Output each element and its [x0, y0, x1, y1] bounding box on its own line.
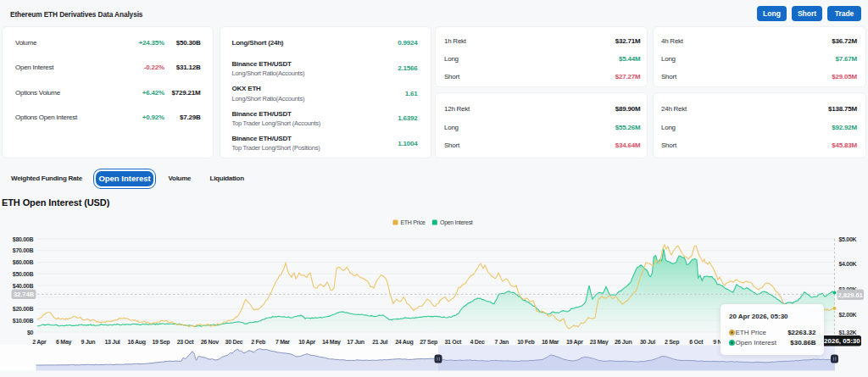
svg-text:$4.00K: $4.00K — [839, 261, 857, 268]
svg-text:Open Interest: Open Interest — [440, 219, 473, 226]
svg-text:23 Oct: 23 Oct — [177, 339, 195, 345]
svg-text:10 Feb: 10 Feb — [517, 339, 534, 345]
svg-text:$5.00K: $5.00K — [839, 236, 857, 243]
svg-text:$60.00B: $60.00B — [13, 259, 34, 266]
svg-text:19 Sep: 19 Sep — [153, 339, 170, 346]
svg-text:23 May: 23 May — [590, 339, 609, 346]
svg-text:4 Dec: 4 Dec — [470, 339, 485, 345]
svg-text:16 Aug: 16 Aug — [128, 339, 146, 346]
svg-text:2 Sep: 2 Sep — [665, 339, 679, 346]
svg-text:10 Apr: 10 Apr — [298, 339, 315, 346]
svg-text:19 Apr: 19 Apr — [566, 339, 583, 346]
svg-text:16 Mar: 16 Mar — [542, 339, 559, 345]
svg-text:17 Jun: 17 Jun — [347, 339, 364, 345]
svg-text:2 Feb: 2 Feb — [251, 339, 265, 345]
svg-text:2 Apr: 2 Apr — [32, 339, 47, 346]
svg-text:27 Sep: 27 Sep — [420, 339, 437, 346]
svg-text:26 Jun: 26 Jun — [615, 339, 632, 345]
svg-text:31 Oct: 31 Oct — [444, 339, 462, 345]
svg-text:6 Oct: 6 Oct — [689, 339, 704, 345]
svg-text:$1.32K: $1.32K — [839, 330, 857, 336]
svg-text:21 Jul: 21 Jul — [372, 339, 387, 345]
svg-text:ETH Price: ETH Price — [401, 219, 426, 225]
svg-text:$0: $0 — [27, 330, 34, 336]
svg-text:$20.00B: $20.00B — [13, 306, 34, 313]
svg-text:14 May: 14 May — [322, 339, 341, 346]
svg-text:$10.00B: $10.00B — [13, 318, 34, 324]
svg-text:32.74B: 32.74B — [14, 291, 35, 298]
svg-text:2,829.61: 2,829.61 — [838, 291, 863, 299]
svg-text:9 Jun: 9 Jun — [81, 339, 95, 345]
svg-text:$40.00B: $40.00B — [13, 283, 34, 290]
svg-text:7 Jan: 7 Jan — [494, 339, 508, 345]
svg-text:24 Aug: 24 Aug — [395, 339, 413, 346]
svg-text:26 Nov: 26 Nov — [201, 339, 220, 345]
svg-text:$80.00B: $80.00B — [13, 236, 34, 243]
svg-text:$2.00K: $2.00K — [839, 312, 857, 319]
svg-text:$50.00B: $50.00B — [13, 271, 34, 278]
svg-text:30 Dec: 30 Dec — [225, 339, 243, 345]
svg-text:30 Jul: 30 Jul — [640, 339, 655, 345]
svg-text:7 Mar: 7 Mar — [275, 339, 290, 345]
svg-text:6 May: 6 May — [56, 339, 71, 346]
svg-text:13 Jul: 13 Jul — [104, 339, 120, 345]
svg-text:$70.00B: $70.00B — [13, 247, 34, 254]
